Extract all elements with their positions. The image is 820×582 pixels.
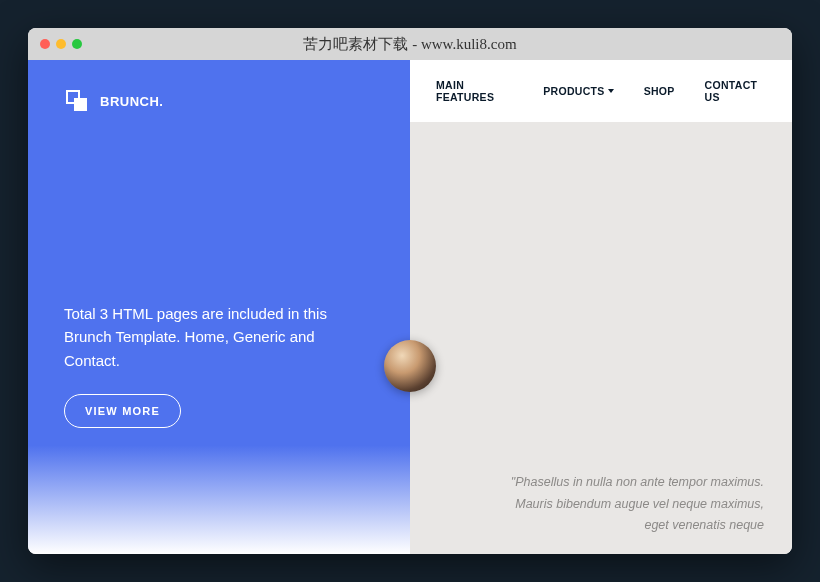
hero-section: Total 3 HTML pages are included in this … [64, 302, 362, 428]
testimonial-panel: MAIN FEATURES PRODUCTS SHOP CONTACT US "… [410, 60, 792, 554]
nav-label: CONTACT US [705, 79, 766, 103]
nav-label: SHOP [644, 85, 675, 97]
nav-label: PRODUCTS [543, 85, 604, 97]
window-titlebar: 苦力吧素材下载 - www.kuli8.com [28, 28, 792, 60]
brand-logo[interactable]: BRUNCH. [64, 88, 374, 114]
svg-rect-1 [74, 98, 87, 111]
hero-text: Total 3 HTML pages are included in this … [64, 302, 362, 372]
brand-name: BRUNCH. [100, 94, 163, 109]
logo-icon [64, 88, 90, 114]
hero-panel: BRUNCH. Total 3 HTML pages are included … [28, 60, 410, 554]
page-content: BRUNCH. Total 3 HTML pages are included … [28, 60, 792, 554]
chevron-down-icon [608, 89, 614, 93]
nav-products[interactable]: PRODUCTS [543, 85, 613, 97]
testimonial-quote: "Phasellus in nulla non ante tempor maxi… [490, 472, 764, 536]
nav-shop[interactable]: SHOP [644, 85, 675, 97]
browser-window: 苦力吧素材下载 - www.kuli8.com BRUNCH. Total 3 … [28, 28, 792, 554]
nav-main-features[interactable]: MAIN FEATURES [436, 79, 513, 103]
window-title: 苦力吧素材下载 - www.kuli8.com [28, 35, 792, 54]
nav-label: MAIN FEATURES [436, 79, 513, 103]
view-more-button[interactable]: VIEW MORE [64, 394, 181, 428]
avatar [384, 340, 436, 392]
main-nav: MAIN FEATURES PRODUCTS SHOP CONTACT US [410, 60, 792, 122]
nav-contact-us[interactable]: CONTACT US [705, 79, 766, 103]
